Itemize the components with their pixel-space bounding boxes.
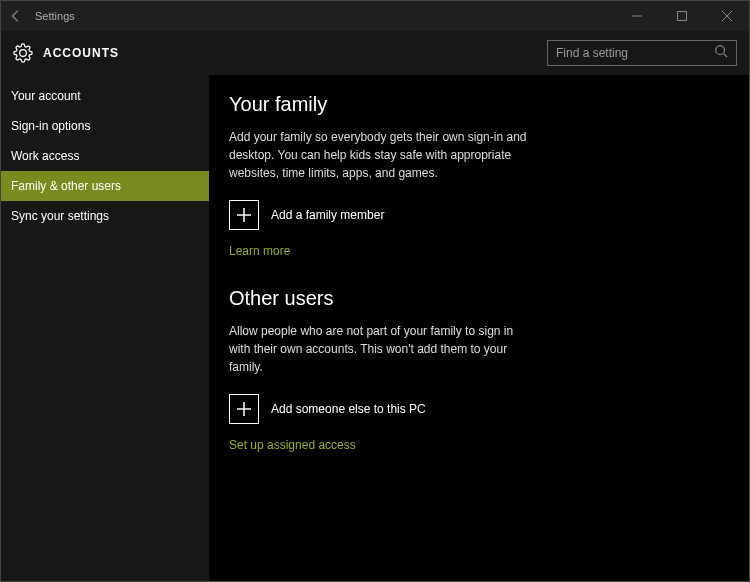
sidebar-item-signin-options[interactable]: Sign-in options bbox=[1, 111, 209, 141]
add-family-member-button[interactable]: Add a family member bbox=[229, 200, 729, 230]
add-other-user-button[interactable]: Add someone else to this PC bbox=[229, 394, 729, 424]
section-other-users: Other users Allow people who are not par… bbox=[229, 287, 729, 453]
back-button[interactable] bbox=[7, 7, 25, 25]
other-heading: Other users bbox=[229, 287, 729, 310]
svg-line-5 bbox=[724, 54, 728, 58]
sidebar-item-label: Sign-in options bbox=[11, 119, 90, 133]
minimize-button[interactable] bbox=[614, 1, 659, 31]
family-description: Add your family so everybody gets their … bbox=[229, 128, 529, 182]
window-title: Settings bbox=[35, 10, 75, 22]
search-icon bbox=[714, 44, 728, 62]
sidebar-item-label: Sync your settings bbox=[11, 209, 109, 223]
svg-point-4 bbox=[716, 46, 725, 55]
titlebar-left: Settings bbox=[7, 7, 75, 25]
sidebar: Your account Sign-in options Work access… bbox=[1, 75, 209, 581]
sidebar-item-sync-settings[interactable]: Sync your settings bbox=[1, 201, 209, 231]
titlebar: Settings bbox=[1, 1, 749, 31]
body: Your account Sign-in options Work access… bbox=[1, 75, 749, 581]
maximize-button[interactable] bbox=[659, 1, 704, 31]
assigned-access-link[interactable]: Set up assigned access bbox=[229, 438, 356, 452]
gear-icon bbox=[13, 43, 33, 63]
add-family-label: Add a family member bbox=[271, 208, 384, 222]
header: ACCOUNTS bbox=[1, 31, 749, 75]
family-heading: Your family bbox=[229, 93, 729, 116]
window-controls bbox=[614, 1, 749, 31]
sidebar-item-label: Work access bbox=[11, 149, 79, 163]
plus-icon bbox=[229, 394, 259, 424]
search-box[interactable] bbox=[547, 40, 737, 66]
page-title: ACCOUNTS bbox=[43, 46, 119, 60]
sidebar-item-label: Your account bbox=[11, 89, 81, 103]
svg-rect-1 bbox=[677, 12, 686, 21]
close-button[interactable] bbox=[704, 1, 749, 31]
sidebar-item-label: Family & other users bbox=[11, 179, 121, 193]
search-input[interactable] bbox=[556, 46, 714, 60]
sidebar-item-family-other-users[interactable]: Family & other users bbox=[1, 171, 209, 201]
plus-icon bbox=[229, 200, 259, 230]
section-your-family: Your family Add your family so everybody… bbox=[229, 93, 729, 259]
sidebar-item-your-account[interactable]: Your account bbox=[1, 81, 209, 111]
header-left: ACCOUNTS bbox=[13, 43, 119, 63]
learn-more-link[interactable]: Learn more bbox=[229, 244, 290, 258]
other-description: Allow people who are not part of your fa… bbox=[229, 322, 529, 376]
sidebar-item-work-access[interactable]: Work access bbox=[1, 141, 209, 171]
add-other-label: Add someone else to this PC bbox=[271, 402, 426, 416]
content: Your family Add your family so everybody… bbox=[209, 75, 749, 581]
